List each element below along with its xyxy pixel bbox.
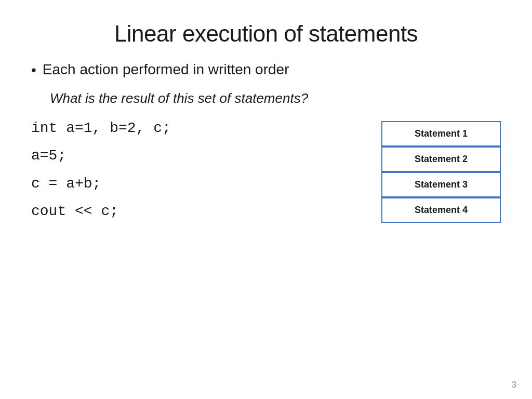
statement-box-4: Statement 4: [381, 197, 501, 223]
question-text: What is the result of this set of statem…: [50, 90, 501, 107]
bullet-item: • Each action performed in written order: [31, 61, 501, 79]
statement-box-2: Statement 2: [381, 147, 501, 172]
code-line-1: int a=1, b=2, c;: [31, 116, 361, 141]
code-line-3: c = a+b;: [31, 171, 361, 196]
slide-title: Linear execution of statements: [31, 21, 501, 47]
slide: Linear execution of statements • Each ac…: [0, 0, 532, 399]
statement-box-1: Statement 1: [381, 121, 501, 147]
page-number: 3: [512, 380, 516, 390]
code-block: int a=1, b=2, c; a=5; c = a+b; cout << c…: [31, 116, 361, 227]
bullet-text: Each action performed in written order: [43, 61, 289, 78]
code-line-4: cout << c;: [31, 199, 361, 224]
code-line-2: a=5;: [31, 143, 361, 168]
bullet-dot: •: [31, 61, 36, 79]
flow-diagram: Statement 1 Statement 2 Statement 3 Stat…: [381, 121, 501, 223]
statement-box-3: Statement 3: [381, 172, 501, 197]
content-area: int a=1, b=2, c; a=5; c = a+b; cout << c…: [31, 116, 501, 227]
